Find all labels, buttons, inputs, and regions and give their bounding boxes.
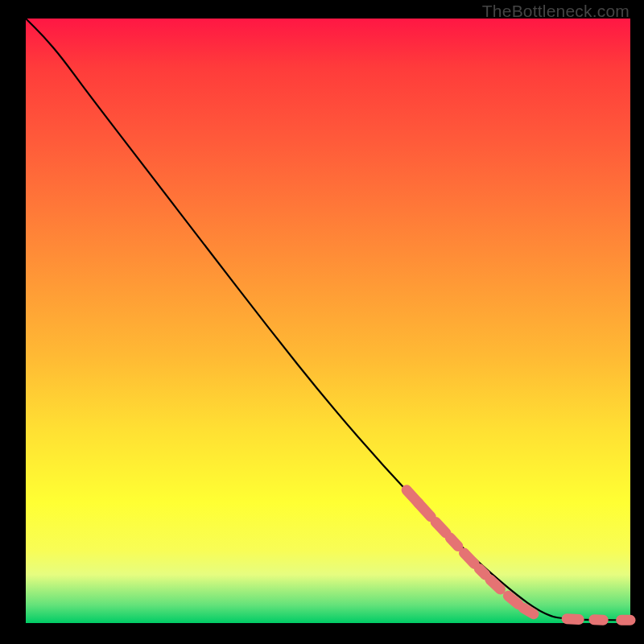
highlight-segment <box>450 538 458 547</box>
highlight-segment <box>567 619 579 620</box>
chart-overlay <box>26 19 630 623</box>
highlight-segments <box>407 490 630 620</box>
highlight-segment <box>419 503 431 517</box>
attribution-text: TheBottleneck.com <box>482 2 630 21</box>
highlight-segment <box>479 568 485 575</box>
highlight-segment <box>523 608 534 614</box>
highlight-segment <box>490 580 501 589</box>
plot-area <box>26 19 630 623</box>
highlight-segment <box>464 553 474 564</box>
highlight-segment <box>436 522 446 534</box>
curve-line <box>26 19 630 620</box>
highlight-segment <box>508 596 518 605</box>
